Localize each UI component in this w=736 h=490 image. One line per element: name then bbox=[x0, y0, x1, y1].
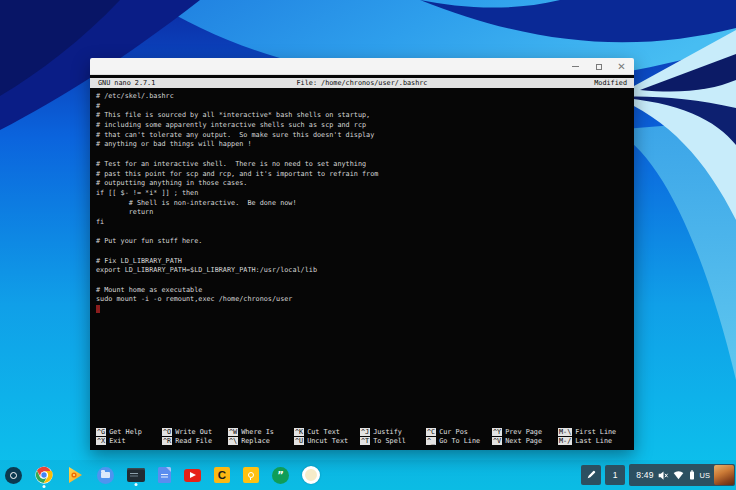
shortcut-key: ^G bbox=[96, 428, 106, 436]
shelf-apps: C ” bbox=[5, 460, 320, 490]
shortcut-label: Next Page bbox=[505, 437, 542, 445]
shortcut-column: ^GGet Help^XExit bbox=[96, 428, 162, 447]
shortcut-label: Cut Text bbox=[307, 428, 340, 436]
editor-line: # Shell is non-interactive. Be done now! bbox=[96, 199, 632, 209]
editor-line: # bbox=[96, 102, 632, 112]
editor-line: # Test for an interactive shell. There i… bbox=[96, 160, 632, 170]
desktop: ✕ GNU nano 2.7.1 File: /home/chronos/use… bbox=[0, 0, 736, 490]
youtube-icon[interactable] bbox=[184, 469, 201, 482]
nano-shortcut: ^CCur Pos bbox=[426, 428, 492, 438]
editor-line: # that can't tolerate any output. So mak… bbox=[96, 131, 632, 141]
editor-line: # Mount home as executable bbox=[96, 286, 632, 296]
nano-shortcut: ^\Replace bbox=[228, 437, 294, 447]
nano-shortcut: ^UUncut Text bbox=[294, 437, 360, 447]
shortcut-key: ^Y bbox=[492, 428, 502, 436]
nano-shortcut: ^WWhere Is bbox=[228, 428, 294, 438]
nano-shortcut: ^GGet Help bbox=[96, 428, 162, 438]
text-cursor bbox=[96, 305, 100, 313]
shortcut-label: Uncut Text bbox=[307, 437, 348, 445]
shortcut-label: Write Out bbox=[175, 428, 212, 436]
stylus-icon bbox=[585, 469, 597, 481]
nano-shortcut: ^XExit bbox=[96, 437, 162, 447]
volume-muted-icon bbox=[658, 470, 669, 481]
shortcut-column: ^JJustify^TTo Spell bbox=[360, 428, 426, 447]
editor-line: return bbox=[96, 208, 632, 218]
nano-shortcut: ^JJustify bbox=[360, 428, 426, 438]
editor-content: # /etc/skel/.bashrc## This file is sourc… bbox=[96, 92, 632, 315]
shortcut-key: M-\ bbox=[558, 428, 572, 436]
shortcut-key: ^T bbox=[360, 437, 370, 445]
window-titlebar[interactable]: ✕ bbox=[90, 58, 634, 75]
nano-shortcut: ^OWrite Out bbox=[162, 428, 228, 438]
keep-icon[interactable] bbox=[243, 467, 259, 483]
editor-line: # including some apparently interactive … bbox=[96, 121, 632, 131]
close-icon[interactable]: ✕ bbox=[615, 60, 628, 73]
nano-header: GNU nano 2.7.1 File: /home/chronos/user/… bbox=[90, 78, 634, 88]
shortcut-key: ^V bbox=[492, 437, 502, 445]
editor-line: # anything or bad things will happen ! bbox=[96, 140, 632, 150]
shortcut-column: ^WWhere Is^\Replace bbox=[228, 428, 294, 447]
editor-line bbox=[96, 228, 632, 238]
editor-line: # This file is sourced by all *interacti… bbox=[96, 111, 632, 121]
nano-filename: File: /home/chronos/user/.bashrc bbox=[90, 79, 634, 87]
shortcut-label: Cur Pos bbox=[439, 428, 468, 436]
shortcut-key: ^_ bbox=[426, 437, 436, 445]
shortcut-key: ^J bbox=[360, 428, 370, 436]
shortcut-column: M-\First LineM-/Last Line bbox=[558, 428, 624, 447]
shortcut-key: ^O bbox=[162, 428, 172, 436]
terminal[interactable]: GNU nano 2.7.1 File: /home/chronos/user/… bbox=[90, 75, 634, 450]
nano-shortcut-bar: ^GGet Help^XExit^OWrite Out^RRead File^W… bbox=[96, 428, 634, 447]
editor-line: # /etc/skel/.bashrc bbox=[96, 92, 632, 102]
editor-line: # Fix LD_LIBRARY_PATH bbox=[96, 257, 632, 267]
wifi-icon bbox=[673, 470, 684, 480]
editor-line: # Put your fun stuff here. bbox=[96, 237, 632, 247]
window-controls: ✕ bbox=[569, 58, 628, 75]
shortcut-label: Where Is bbox=[241, 428, 274, 436]
nano-shortcut: ^RRead File bbox=[162, 437, 228, 447]
keyboard-layout: US bbox=[700, 471, 710, 480]
shortcut-label: Exit bbox=[109, 437, 125, 445]
nano-shortcut: M-/Last Line bbox=[558, 437, 624, 447]
google-play-icon[interactable] bbox=[66, 466, 84, 484]
terminal-window: ✕ GNU nano 2.7.1 File: /home/chronos/use… bbox=[90, 58, 634, 450]
editor-line bbox=[96, 247, 632, 257]
shortcut-label: Get Help bbox=[109, 428, 142, 436]
status-tray[interactable]: 8:49 US bbox=[629, 464, 735, 486]
maximize-icon[interactable] bbox=[592, 60, 605, 73]
caret-icon[interactable]: C bbox=[214, 467, 230, 483]
white-circle-app-icon[interactable] bbox=[302, 466, 320, 484]
editor-line: sudo mount -i -o remount,exec /home/chro… bbox=[96, 295, 632, 305]
shortcut-label: First Line bbox=[575, 428, 616, 436]
editor-line: # outputting anything in those cases. bbox=[96, 179, 632, 189]
shortcut-key: ^X bbox=[96, 437, 106, 445]
nano-shortcut: M-\First Line bbox=[558, 428, 624, 438]
shortcut-key: ^U bbox=[294, 437, 304, 445]
shortcut-key: ^\ bbox=[228, 437, 238, 445]
shortcut-key: ^C bbox=[426, 428, 436, 436]
shortcut-column: ^KCut Text^UUncut Text bbox=[294, 428, 360, 447]
avatar[interactable] bbox=[714, 465, 734, 485]
docs-icon[interactable] bbox=[158, 467, 171, 483]
hangouts-icon[interactable]: ” bbox=[272, 467, 289, 484]
shortcut-label: Replace bbox=[241, 437, 270, 445]
launcher-icon[interactable] bbox=[5, 467, 22, 484]
notification-count: 1 bbox=[613, 470, 618, 480]
shelf: C ” 1 8:49 bbox=[0, 460, 736, 490]
battery-icon bbox=[688, 469, 696, 481]
terminal-app-icon[interactable] bbox=[127, 468, 145, 482]
editor-line: export LD_LIBRARY_PATH=$LD_LIBRARY_PATH:… bbox=[96, 266, 632, 276]
status-area: 1 8:49 US bbox=[581, 460, 736, 490]
chrome-icon[interactable] bbox=[35, 466, 53, 484]
shortcut-label: Read File bbox=[175, 437, 212, 445]
shortcut-key: ^K bbox=[294, 428, 304, 436]
nano-shortcut: ^KCut Text bbox=[294, 428, 360, 438]
shortcut-label: Prev Page bbox=[505, 428, 542, 436]
files-icon[interactable] bbox=[97, 467, 114, 484]
notification-counter-button[interactable]: 1 bbox=[605, 465, 625, 485]
shortcut-key: M-/ bbox=[558, 437, 572, 445]
stylus-tools-button[interactable] bbox=[581, 465, 601, 485]
clock: 8:49 bbox=[636, 470, 653, 480]
nano-shortcut: ^TTo Spell bbox=[360, 437, 426, 447]
shortcut-label: Justify bbox=[373, 428, 402, 436]
minimize-icon[interactable] bbox=[569, 60, 582, 73]
